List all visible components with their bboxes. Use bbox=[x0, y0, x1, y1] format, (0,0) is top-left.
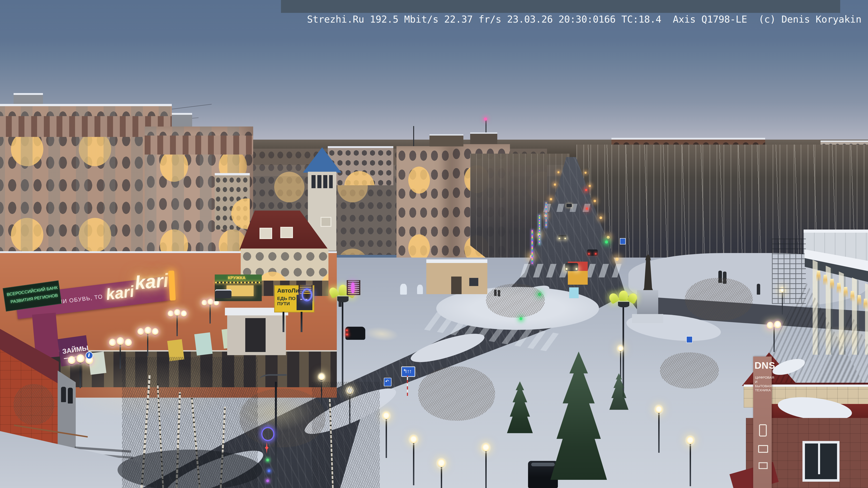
entrance-door bbox=[245, 318, 266, 352]
lamp-globe bbox=[318, 373, 325, 381]
lamp-pole bbox=[690, 443, 691, 486]
garland-string bbox=[532, 230, 533, 264]
street-light bbox=[585, 172, 587, 174]
lamp-globe bbox=[137, 328, 144, 335]
lane-direction-sign: ↰↑↑ bbox=[401, 366, 415, 377]
tulip-lamp-petal bbox=[339, 285, 347, 295]
traffic-light-green bbox=[520, 317, 522, 320]
bare-bush bbox=[486, 284, 545, 318]
street-light bbox=[557, 171, 559, 173]
led-dot-purple bbox=[266, 480, 269, 482]
led-ring-blue bbox=[302, 288, 312, 301]
triple-globe-lamp bbox=[168, 309, 187, 336]
crosswalk-sign bbox=[686, 336, 692, 343]
garland-string bbox=[546, 202, 547, 227]
lamp-globe bbox=[208, 299, 213, 305]
car-far bbox=[566, 204, 572, 207]
billboard-leg bbox=[301, 312, 303, 332]
tv-icon bbox=[758, 462, 768, 469]
lamp-pole bbox=[147, 333, 148, 356]
led-ornament-star bbox=[265, 442, 269, 454]
traffic-light-red bbox=[586, 207, 588, 210]
laptop-icon bbox=[758, 445, 768, 453]
street-light bbox=[550, 198, 552, 200]
lamp-pole bbox=[620, 351, 621, 378]
led-dot-blue bbox=[268, 469, 270, 472]
five-story-beige-building bbox=[215, 175, 250, 230]
street-light bbox=[594, 200, 596, 202]
lamp-pole bbox=[413, 442, 414, 485]
street-light bbox=[589, 185, 591, 187]
blue-tower-windows bbox=[311, 175, 333, 188]
taillight bbox=[346, 333, 348, 335]
storefront-poster bbox=[194, 332, 213, 356]
bare-bush bbox=[660, 352, 719, 389]
taillight bbox=[588, 253, 590, 255]
lamp-globe bbox=[437, 459, 445, 468]
roof-box bbox=[13, 95, 43, 107]
lamp-pole bbox=[80, 362, 81, 388]
triple-globe-lamp bbox=[68, 354, 93, 388]
telemetry-overlay-bar: Strezhi.Ru 192.5 Mbit/s 22.37 fr/s 23.03… bbox=[281, 0, 840, 13]
uturn-sign: ↶ bbox=[384, 378, 392, 386]
lamp-globe bbox=[618, 345, 623, 352]
street-light bbox=[607, 236, 610, 239]
headlight bbox=[565, 268, 567, 270]
pedestrian-zone-sign bbox=[86, 352, 93, 359]
mansard-dormer bbox=[320, 217, 331, 227]
lamp-globe bbox=[410, 435, 417, 444]
street-light bbox=[554, 184, 556, 186]
apartment-attic-band-front bbox=[145, 135, 253, 155]
phone-icon bbox=[759, 424, 767, 436]
autoliga-subtitle: ЕДЬ ПО ПУТИ bbox=[277, 296, 298, 306]
lane-sign-arrows: ↰↑↑ bbox=[403, 368, 411, 375]
street-light bbox=[599, 217, 602, 219]
tower-roof-machinery-2 bbox=[470, 134, 497, 144]
led-ring-magenta bbox=[351, 283, 355, 293]
mansard-dormer bbox=[280, 227, 293, 238]
webcam-frame: ЕСЛИ ОБУВЬ, ТО kari kari ВСЕРОССИЙСКИЙ Б… bbox=[0, 0, 868, 488]
plaza-pavilion bbox=[426, 263, 487, 294]
tower-antenna-left bbox=[413, 126, 414, 147]
dns-window bbox=[802, 441, 839, 482]
car-near-bend bbox=[345, 327, 365, 340]
led-ornament bbox=[259, 427, 275, 486]
pedestrian bbox=[61, 387, 66, 402]
sign-post bbox=[407, 376, 408, 396]
parked-car-small bbox=[215, 291, 231, 298]
bare-bush bbox=[685, 278, 753, 321]
pavilion-door bbox=[451, 276, 462, 294]
lamp-pole bbox=[120, 344, 121, 369]
midground-slab-left-of-towers bbox=[328, 148, 393, 185]
lamp-globe bbox=[125, 339, 132, 347]
crosswalk-sign bbox=[620, 238, 626, 245]
car-taillights bbox=[587, 250, 598, 256]
tulip-street-lamp-statue bbox=[609, 289, 638, 397]
antenna-beacon-light bbox=[484, 118, 487, 121]
bend-lamp-arm bbox=[259, 374, 287, 387]
lamp-globe bbox=[686, 436, 694, 445]
headlight bbox=[564, 238, 566, 239]
lamp-pole bbox=[441, 466, 442, 488]
led-swing-frame bbox=[299, 285, 313, 301]
bare-bush bbox=[13, 384, 54, 425]
lamp-globe bbox=[482, 443, 490, 452]
lamp-globe bbox=[109, 339, 116, 347]
kari-script-logo: kari bbox=[105, 282, 135, 304]
street-light bbox=[615, 258, 619, 261]
garland-string bbox=[539, 215, 540, 245]
tower-roof-machinery bbox=[430, 135, 463, 147]
mansard-dormer bbox=[259, 228, 272, 239]
kari-glow-logo: kari bbox=[134, 269, 169, 294]
billboard-leg bbox=[283, 312, 284, 332]
kiosk-garland-lights bbox=[215, 282, 261, 283]
lamp-globe bbox=[774, 321, 781, 329]
lamp-globe bbox=[168, 311, 174, 317]
traffic-light-red bbox=[585, 189, 587, 191]
headlight bbox=[559, 238, 560, 239]
lamp-globe bbox=[655, 405, 662, 414]
dns-banner-sign: DNS ЦИФРОВАЯ И БЫТОВАЯ ТЕХНИКА bbox=[753, 357, 772, 488]
tulip-lamp-pole bbox=[622, 307, 624, 397]
lamp-pole bbox=[485, 451, 487, 488]
lamp-pole bbox=[177, 315, 178, 336]
